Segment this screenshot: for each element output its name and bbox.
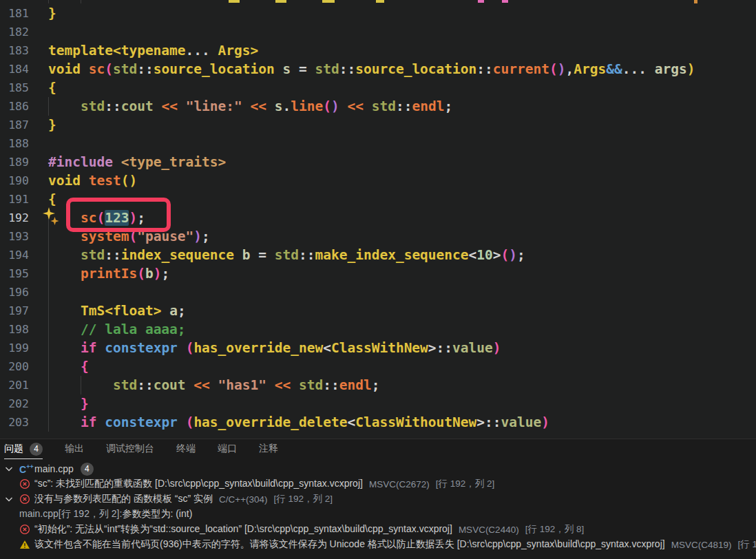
problem-row[interactable]: “初始化”: 无法从“int”转换为“std::source_location”…	[0, 522, 756, 537]
line-number[interactable]: 202	[0, 394, 29, 413]
tab-label: 注释	[259, 443, 278, 455]
problem-row[interactable]: 没有与参数列表匹配的 函数模板 “sc” 实例C/C++(304)[行 192，…	[0, 492, 756, 507]
panel-tab-terminal[interactable]: 终端	[176, 439, 196, 459]
problem-file-name: main.cpp	[34, 463, 74, 474]
line-number[interactable]: 195	[0, 264, 29, 283]
error-icon	[19, 524, 34, 535]
clipped-code-fragment	[275, 0, 286, 3]
clipped-code-fragment	[229, 0, 240, 3]
clipped-code-fragment	[478, 0, 484, 3]
copilot-sparkle-icon[interactable]	[43, 207, 60, 228]
code-line-text: }	[48, 394, 89, 413]
code-line[interactable]: 181}	[0, 4, 756, 23]
code-line-text: {	[48, 190, 56, 209]
code-line-text: void sc(std::source_location s = std::so…	[48, 60, 695, 78]
tab-label: 输出	[65, 443, 84, 455]
code-line-text: template<typename... Args>	[48, 41, 258, 60]
line-number[interactable]: 199	[0, 339, 29, 357]
panel-tab-output[interactable]: 输出	[65, 439, 84, 459]
code-line[interactable]: 201 std::cout << "has1" << std::endl;	[0, 376, 756, 394]
problem-file-group[interactable]: C++ main.cpp 4	[0, 461, 756, 476]
line-number[interactable]: 193	[0, 227, 29, 246]
line-number[interactable]: 187	[0, 116, 29, 134]
code-line-text: // lala aaaa;	[48, 320, 186, 339]
problem-row[interactable]: main.cpp[行 192，列 2]: 参数类型为: (int)	[0, 507, 756, 522]
code-line-text: std::cout << "has1" << std::endl;	[48, 376, 379, 394]
code-line[interactable]: 200 {	[0, 357, 756, 376]
panel-tab-problems[interactable]: 问题4	[4, 439, 43, 459]
related-location: main.cpp[行 192，列 2]:	[19, 508, 122, 520]
problem-row[interactable]: “sc”: 未找到匹配的重载函数 [D:\src\cpp\cpp_syntax\…	[0, 476, 756, 492]
tab-label: 端口	[218, 443, 237, 455]
code-line[interactable]: 198 // lala aaaa;	[0, 320, 756, 339]
code-line-text: {	[48, 78, 56, 97]
clipped-code-fragment	[694, 0, 697, 3]
line-number[interactable]: 200	[0, 357, 29, 376]
code-line[interactable]: 182	[0, 23, 756, 41]
code-line[interactable]: 189#include <type_traits>	[0, 153, 756, 171]
line-number[interactable]: 191	[0, 190, 29, 209]
line-number[interactable]: 203	[0, 413, 29, 432]
line-number[interactable]: 189	[0, 153, 29, 171]
code-editor[interactable]: 181}182183template<typename... Args>184v…	[0, 0, 756, 439]
problem-row[interactable]: 该文件包含不能在当前代码页(936)中表示的字符。请将该文件保存为 Unicod…	[0, 537, 756, 552]
line-number[interactable]: 201	[0, 376, 29, 394]
tab-label: 调试控制台	[106, 443, 154, 455]
line-number[interactable]: 182	[0, 23, 29, 41]
code-line[interactable]: 203 if constexpr (has_override_delete<Cl…	[0, 413, 756, 432]
code-line[interactable]: 186 std::cout << "line:" << s.line() << …	[0, 97, 756, 116]
code-line-text: {	[48, 357, 89, 376]
line-number[interactable]: 196	[0, 283, 29, 302]
code-line[interactable]: 194 std::index_sequence b = std::make_in…	[0, 246, 756, 264]
line-number[interactable]: 197	[0, 302, 29, 320]
code-line[interactable]: 197 TmS<float> a;	[0, 302, 756, 320]
line-number[interactable]: 181	[0, 4, 29, 23]
chevron-down-icon[interactable]	[3, 494, 19, 505]
code-line-text: sc(123);	[48, 209, 145, 227]
code-line[interactable]: 199 if constexpr (has_override_new<Class…	[0, 339, 756, 357]
line-number[interactable]: 185	[0, 78, 29, 97]
code-line[interactable]: 192 sc(123);	[0, 209, 756, 227]
tab-count-badge: 4	[30, 443, 43, 456]
problem-message: “sc”: 未找到匹配的重载函数 [D:\src\cpp\cpp_syntax\…	[34, 478, 363, 490]
code-line-text: }	[48, 4, 56, 23]
problems-list: C++ main.cpp 4 “sc”: 未找到匹配的重载函数 [D:\src\…	[0, 459, 756, 552]
problem-message: “初始化”: 无法从“int”转换为“std::source_location”…	[34, 523, 452, 536]
code-line[interactable]: 202 }	[0, 394, 756, 413]
line-number[interactable]: 188	[0, 134, 29, 153]
panel-tab-bar: 问题4输出调试控制台终端端口注释	[0, 439, 756, 459]
problem-source: MSVC(C2672)	[369, 479, 430, 489]
code-line[interactable]: 187}	[0, 116, 756, 134]
code-line-text: std::cout << "line:" << s.line() << std:…	[48, 97, 452, 116]
line-number[interactable]: 183	[0, 41, 29, 60]
problem-count-badge: 4	[81, 463, 94, 476]
problem-source: MSVC(C4819)	[671, 540, 732, 550]
line-number[interactable]: 190	[0, 171, 29, 190]
code-line-text: void test()	[48, 171, 137, 190]
code-line-text: printIs(b);	[48, 264, 169, 283]
problem-message: 没有与参数列表匹配的 函数模板 “sc” 实例	[34, 493, 213, 505]
vscode-window: 181}182183template<typename... Args>184v…	[0, 0, 756, 559]
code-line[interactable]: 188	[0, 134, 756, 153]
code-line[interactable]: 184void sc(std::source_location s = std:…	[0, 60, 756, 78]
problem-source: C/C++(304)	[219, 494, 268, 505]
tab-label: 终端	[176, 443, 196, 455]
panel-tab-debug-console[interactable]: 调试控制台	[106, 439, 154, 459]
code-line[interactable]: 185{	[0, 78, 756, 97]
line-number[interactable]: 184	[0, 60, 29, 78]
line-number[interactable]: 192	[0, 209, 29, 227]
panel-tab-ports[interactable]: 端口	[218, 439, 237, 459]
line-number[interactable]: 186	[0, 97, 29, 116]
code-line[interactable]: 183template<typename... Args>	[0, 41, 756, 60]
error-squiggle	[106, 227, 143, 231]
line-number[interactable]: 198	[0, 320, 29, 339]
line-number[interactable]: 194	[0, 246, 29, 264]
code-line[interactable]: 196	[0, 283, 756, 302]
problem-position: [行 192，列 2]	[436, 478, 495, 490]
error-icon	[19, 478, 34, 489]
code-line[interactable]: 190void test()	[0, 171, 756, 190]
chevron-down-icon[interactable]	[3, 463, 19, 474]
panel-tab-comments[interactable]: 注释	[259, 439, 278, 459]
code-line[interactable]: 195 printIs(b);	[0, 264, 756, 283]
code-line[interactable]: 191{	[0, 190, 756, 209]
